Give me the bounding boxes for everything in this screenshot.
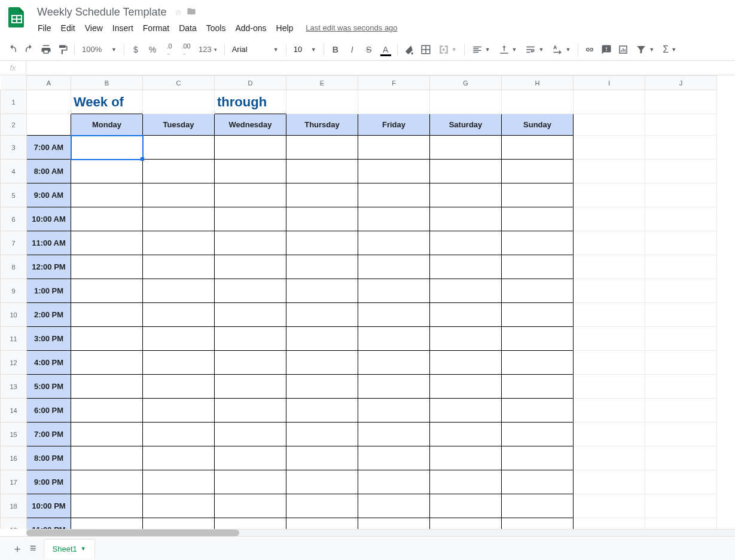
fill-color-button[interactable] [401,42,417,57]
cell-H12[interactable] [502,351,574,375]
cell-I19[interactable] [574,518,645,530]
cell-F7[interactable] [358,231,430,255]
cell-H3[interactable] [502,136,574,160]
cell-A4[interactable]: 8:00 AM [27,160,71,183]
cell-H2[interactable]: Sunday [502,114,574,136]
cell-D17[interactable] [215,470,286,494]
cell-J14[interactable] [645,399,717,423]
cell-I13[interactable] [574,375,645,399]
cell-C14[interactable] [143,399,215,423]
row-header-13[interactable]: 13 [1,375,27,399]
sheet-tab-sheet1[interactable]: Sheet1▼ [44,539,95,558]
italic-button[interactable]: I [344,42,360,57]
menu-help[interactable]: Help [272,21,298,35]
cell-G7[interactable] [430,231,502,255]
cell-G6[interactable] [430,207,502,231]
cell-F8[interactable] [358,255,430,279]
cell-I15[interactable] [574,423,645,446]
cell-F1[interactable] [358,90,430,114]
cell-G18[interactable] [430,494,502,518]
col-header-A[interactable]: A [27,76,71,90]
col-header-J[interactable]: J [645,76,717,90]
cell-E2[interactable]: Thursday [286,114,358,136]
cell-A12[interactable]: 4:00 PM [27,351,71,375]
col-header-G[interactable]: G [430,76,502,90]
cell-C5[interactable] [143,183,215,207]
cell-E19[interactable] [286,518,358,530]
cell-I2[interactable] [574,114,645,136]
functions-button[interactable]: Σ▼ [659,42,680,57]
more-formats-button[interactable]: 123▾ [195,42,221,57]
cell-G3[interactable] [430,136,502,160]
cell-F11[interactable] [358,327,430,351]
cell-F10[interactable] [358,303,430,327]
cell-B7[interactable] [71,231,143,255]
cell-A1[interactable] [27,90,71,114]
cell-C9[interactable] [143,279,215,303]
cell-E6[interactable] [286,207,358,231]
menu-edit[interactable]: Edit [57,21,80,35]
cell-C3[interactable] [143,136,215,160]
cell-H16[interactable] [502,446,574,470]
cell-A3[interactable]: 7:00 AM [27,136,71,160]
cell-A11[interactable]: 3:00 PM [27,327,71,351]
star-icon[interactable]: ☆ [175,8,182,17]
vertical-align-button[interactable]: ▼ [495,42,521,57]
cell-H15[interactable] [502,423,574,446]
cell-C7[interactable] [143,231,215,255]
row-header-12[interactable]: 12 [1,351,27,375]
cell-B1[interactable]: Week of [71,90,143,114]
doc-title[interactable]: Weekly Schedule Template [33,5,170,20]
row-header-3[interactable]: 3 [1,136,27,160]
cell-D14[interactable] [215,399,286,423]
cell-I10[interactable] [574,303,645,327]
cell-J16[interactable] [645,446,717,470]
cell-J2[interactable] [645,114,717,136]
text-color-button[interactable]: A [378,42,394,57]
print-button[interactable] [38,42,54,57]
cell-A19[interactable]: 11:00 PM [27,518,71,530]
horizontal-scrollbar[interactable] [26,529,735,536]
cell-H11[interactable] [502,327,574,351]
cell-G13[interactable] [430,375,502,399]
cell-A6[interactable]: 10:00 AM [27,207,71,231]
cell-F16[interactable] [358,446,430,470]
bold-button[interactable]: B [328,42,343,57]
row-header-7[interactable]: 7 [1,231,27,255]
sheets-logo[interactable] [5,5,29,29]
cell-C8[interactable] [143,255,215,279]
borders-button[interactable] [418,42,434,57]
cell-F2[interactable]: Friday [358,114,430,136]
cell-D12[interactable] [215,351,286,375]
undo-button[interactable] [5,42,20,57]
cell-A13[interactable]: 5:00 PM [27,375,71,399]
decrease-decimal-button[interactable]: .0← [161,42,177,57]
menu-addons[interactable]: Add-ons [231,21,270,35]
cell-B17[interactable] [71,470,143,494]
row-header-6[interactable]: 6 [1,207,27,231]
cell-I14[interactable] [574,399,645,423]
cell-E17[interactable] [286,470,358,494]
cell-C18[interactable] [143,494,215,518]
cell-F9[interactable] [358,279,430,303]
menu-file[interactable]: File [33,21,56,35]
move-folder-icon[interactable] [187,7,196,18]
cell-G4[interactable] [430,160,502,183]
cell-F13[interactable] [358,375,430,399]
cell-I4[interactable] [574,160,645,183]
cell-E18[interactable] [286,494,358,518]
menu-view[interactable]: View [81,21,107,35]
row-header-1[interactable]: 1 [1,90,27,114]
menu-tools[interactable]: Tools [202,21,230,35]
col-header-C[interactable]: C [143,76,215,90]
row-header-10[interactable]: 10 [1,303,27,327]
col-header-H[interactable]: H [502,76,574,90]
cell-B3[interactable] [71,136,143,160]
cell-H8[interactable] [502,255,574,279]
cell-J4[interactable] [645,160,717,183]
cell-J12[interactable] [645,351,717,375]
cell-B11[interactable] [71,327,143,351]
cell-G15[interactable] [430,423,502,446]
cell-H1[interactable] [502,90,574,114]
cell-I18[interactable] [574,494,645,518]
